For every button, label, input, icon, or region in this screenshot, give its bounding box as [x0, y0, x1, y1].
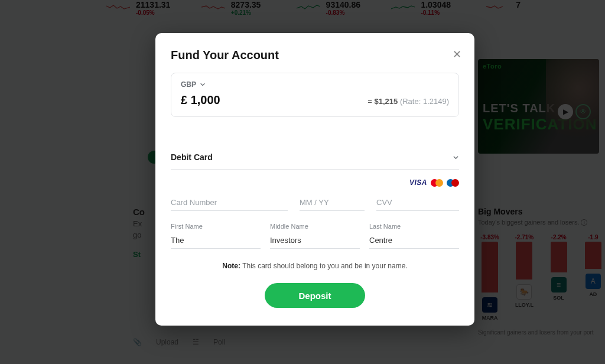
card-expiry-input[interactable]	[300, 193, 365, 211]
payment-method-label: Debit Card	[171, 152, 213, 162]
maestro-logo	[447, 178, 459, 187]
close-icon[interactable]: ✕	[450, 47, 464, 61]
last-name-input[interactable]	[369, 231, 459, 249]
mastercard-logo	[431, 178, 443, 187]
currency-code: GBP	[181, 80, 196, 89]
middle-name-label: Middle Name	[270, 223, 360, 230]
last-name-label: Last Name	[369, 223, 459, 230]
amount-panel: GBP £ 1,000 = $1,215 (Rate: 1.2149)	[171, 73, 459, 117]
visa-logo: VISA	[409, 178, 427, 187]
middle-name-input[interactable]	[270, 231, 360, 249]
deposit-button[interactable]: Deposit	[265, 283, 365, 308]
card-cvv-input[interactable]	[376, 193, 459, 211]
fund-account-modal: ✕ Fund Your Account GBP £ 1,000 = $1,215…	[155, 33, 474, 326]
chevron-down-icon	[200, 82, 206, 87]
currency-selector[interactable]: GBP	[181, 80, 449, 89]
card-brand-row: VISA	[171, 178, 459, 187]
amount-input[interactable]: £ 1,000	[181, 93, 220, 107]
first-name-label: First Name	[171, 223, 261, 230]
first-name-input[interactable]	[171, 231, 261, 249]
modal-title: Fund Your Account	[171, 48, 459, 62]
converted-amount: = $1,215 (Rate: 1.2149)	[367, 97, 449, 106]
chevron-down-icon	[453, 154, 459, 161]
card-number-input[interactable]	[171, 193, 288, 211]
payment-method-selector[interactable]: Debit Card	[171, 152, 459, 170]
card-owner-note: Note: This card should belong to you and…	[171, 262, 459, 270]
